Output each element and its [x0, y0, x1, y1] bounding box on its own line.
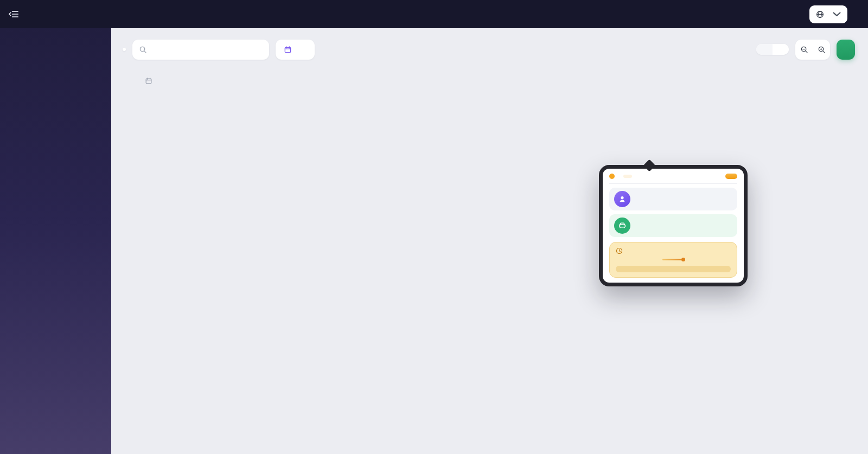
rental-period-header — [616, 247, 731, 254]
reset-view-button[interactable] — [837, 40, 855, 60]
top-navbar — [0, 0, 868, 28]
zoom-controls — [795, 40, 830, 60]
arrow-duration-icon — [662, 259, 684, 260]
booking-status-badge — [725, 174, 737, 179]
customer-avatar — [614, 191, 630, 207]
zoom-out-button[interactable] — [795, 40, 813, 60]
search-box — [132, 40, 269, 60]
booking-code-badge — [623, 175, 632, 178]
date-filter[interactable] — [127, 77, 152, 85]
zoom-in-button[interactable] — [813, 40, 830, 60]
zoom-in-icon — [818, 46, 826, 54]
booking-status-dot — [609, 174, 615, 179]
rental-duration-badge — [616, 266, 731, 272]
person-icon — [618, 195, 627, 203]
fleet-gantt — [123, 74, 837, 88]
navbar-right — [809, 5, 868, 23]
search-input[interactable] — [151, 45, 263, 54]
calendar-icon — [145, 77, 152, 85]
pagination-controls — [756, 44, 789, 55]
sidebar-collapse-button[interactable] — [0, 0, 27, 28]
collapse-menu-icon — [8, 10, 20, 18]
clock-icon — [616, 247, 623, 254]
divider — [609, 183, 737, 184]
vehicle-card — [609, 214, 737, 237]
customer-card — [609, 188, 737, 210]
view-mode-switcher — [123, 48, 126, 51]
zoom-out-icon — [800, 46, 808, 54]
date-range-picker[interactable] — [276, 40, 315, 60]
gantt-header — [123, 74, 837, 88]
calendar-icon — [284, 46, 292, 54]
chevron-down-icon — [833, 10, 841, 18]
popover-header — [609, 174, 737, 179]
booking-popover — [599, 165, 748, 286]
vehicle-avatar — [614, 218, 630, 234]
language-selector[interactable] — [809, 5, 847, 23]
main-content — [111, 28, 868, 454]
search-icon — [139, 46, 147, 54]
rental-period-card — [609, 242, 737, 278]
car-icon — [618, 221, 627, 230]
globe-icon — [816, 10, 824, 18]
prev-button[interactable] — [756, 44, 773, 55]
toolbar — [123, 39, 855, 60]
sidebar — [0, 28, 111, 454]
next-button[interactable] — [773, 44, 789, 55]
